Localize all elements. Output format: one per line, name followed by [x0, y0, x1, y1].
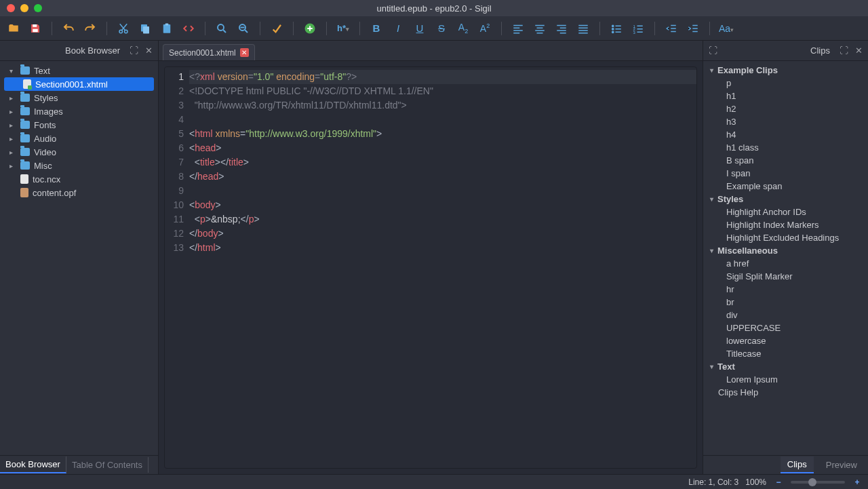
folder-row[interactable]: ▸Styles [4, 91, 154, 104]
folder-row[interactable]: ▾Text [4, 64, 154, 77]
clips-item[interactable]: div [703, 309, 868, 321]
clips-item[interactable]: Titlecase [703, 347, 868, 360]
editor-content[interactable]: <?xml version="1.0" encoding="utf-8"?><!… [189, 67, 696, 468]
zoom-level: 100% [745, 477, 766, 487]
number-list-icon[interactable]: 123 [630, 20, 646, 37]
tab-preview[interactable]: Preview [819, 457, 864, 473]
clips-item[interactable]: h3 [703, 115, 868, 128]
file-row[interactable]: toc.ncx [4, 172, 154, 186]
open-icon[interactable] [5, 20, 22, 37]
clips-item[interactable]: p [703, 77, 868, 90]
clips-title: Clips [810, 45, 830, 56]
bold-icon[interactable]: B [368, 20, 384, 37]
chevron-down-icon: ▾ [710, 66, 713, 74]
svg-rect-1 [33, 28, 38, 32]
editor-tab[interactable]: Section0001.xhtml ✕ [163, 44, 255, 60]
window-controls [7, 4, 42, 12]
code-editor[interactable]: 12345678910111213 <?xml version="1.0" en… [164, 66, 697, 469]
clips-group[interactable]: ▾Miscellaneous [703, 244, 868, 257]
clips-group[interactable]: ▾Text [703, 360, 868, 373]
clips-item[interactable]: Example span [703, 180, 868, 193]
clips-item[interactable]: UPPERCASE [703, 321, 868, 334]
align-right-icon[interactable] [553, 20, 570, 37]
clips-item[interactable]: a href [703, 257, 868, 270]
clips-item[interactable]: Sigil Split Marker [703, 270, 868, 283]
folder-row[interactable]: ▸Misc [4, 159, 154, 172]
book-browser-tree[interactable]: ▾TextSection0001.xhtml▸Styles▸Images▸Fon… [0, 61, 158, 455]
window-title: untitled.epub - epub2.0 - Sigil [376, 3, 491, 14]
cut-icon[interactable] [115, 20, 132, 37]
heading-icon[interactable]: h*▾ [335, 20, 351, 37]
svg-point-13 [612, 31, 614, 33]
clips-item[interactable]: Lorem Ipsum [703, 373, 868, 386]
tab-clips[interactable]: Clips [781, 456, 814, 473]
toolbar: h*▾BIUSA2A2123Aa▾ [0, 16, 868, 41]
minimize-window-button[interactable] [20, 4, 28, 12]
align-center-icon[interactable] [532, 20, 548, 37]
expand-panel-icon-2[interactable]: ⛶ [838, 45, 849, 56]
close-panel-icon[interactable]: ✕ [853, 45, 864, 56]
clips-item[interactable]: h1 class [703, 141, 868, 154]
clips-item[interactable]: Highlight Index Markers [703, 218, 868, 231]
underline-icon[interactable]: U [412, 20, 428, 37]
superscript-icon[interactable]: A2 [477, 20, 493, 37]
subscript-icon[interactable]: A2 [455, 20, 471, 37]
undo-icon[interactable] [60, 20, 77, 37]
folder-row[interactable]: ▸Video [4, 145, 154, 159]
folder-row[interactable]: ▸Fonts [4, 118, 154, 132]
strike-icon[interactable]: S [433, 20, 450, 37]
maximize-window-button[interactable] [34, 4, 42, 12]
zoom-out-button[interactable]: − [773, 477, 784, 488]
svg-rect-0 [33, 24, 37, 27]
paste-icon[interactable] [159, 20, 175, 37]
file-icon [20, 174, 28, 184]
folder-row[interactable]: ▸Images [4, 104, 154, 118]
close-panel-icon[interactable]: ✕ [143, 45, 154, 56]
clips-group[interactable]: ▾Styles [703, 193, 868, 206]
clips-panel: ⛶ Clips ⛶ ✕ ▾Example Clipsph1h2h3h4h1 cl… [703, 41, 868, 474]
find-replace-icon[interactable] [235, 20, 252, 37]
clips-item[interactable]: h1 [703, 90, 868, 102]
code-view-icon[interactable] [180, 20, 197, 37]
clips-item[interactable]: hr [703, 283, 868, 296]
align-justify-icon[interactable] [575, 20, 591, 37]
expand-panel-icon[interactable]: ⛶ [128, 45, 139, 56]
align-left-icon[interactable] [510, 20, 526, 37]
clips-item[interactable]: Highlight Excluded Headings [703, 231, 868, 244]
clips-item[interactable]: I span [703, 167, 868, 180]
clips-group[interactable]: ▾Example Clips [703, 64, 868, 77]
clips-list[interactable]: ▾Example Clipsph1h2h3h4h1 classB spanI s… [703, 61, 868, 455]
svg-point-3 [125, 30, 128, 33]
spellcheck-icon[interactable] [269, 20, 285, 37]
copy-icon[interactable] [137, 20, 153, 37]
clips-item[interactable]: h4 [703, 128, 868, 141]
tab-table-of-contents[interactable]: Table Of Contents [66, 457, 149, 473]
zoom-in-button[interactable]: + [852, 477, 863, 488]
close-window-button[interactable] [7, 4, 15, 12]
clips-item[interactable]: br [703, 296, 868, 309]
clips-item[interactable]: Highlight Anchor IDs [703, 206, 868, 218]
case-icon[interactable]: Aa▾ [718, 20, 734, 37]
add-icon[interactable] [302, 20, 318, 37]
zoom-slider[interactable] [791, 481, 845, 484]
outdent-icon[interactable] [663, 20, 679, 37]
find-icon[interactable] [214, 20, 230, 37]
redo-icon[interactable] [82, 20, 98, 37]
file-row[interactable]: content.opf [4, 186, 154, 199]
cursor-position: Line: 1, Col: 3 [688, 477, 738, 487]
file-row[interactable]: Section0001.xhtml [4, 77, 154, 91]
clips-item[interactable]: h2 [703, 102, 868, 115]
italic-icon[interactable]: I [390, 20, 406, 37]
save-icon[interactable] [27, 20, 43, 37]
svg-point-2 [119, 30, 123, 33]
bullet-list-icon[interactable] [608, 20, 625, 37]
indent-icon[interactable] [685, 20, 701, 37]
folder-row[interactable]: ▸Audio [4, 132, 154, 145]
expand-panel-icon[interactable]: ⛶ [707, 45, 718, 56]
tab-book-browser[interactable]: Book Browser [0, 456, 66, 473]
editor-tabbar: Section0001.xhtml ✕ [159, 41, 703, 61]
clips-help[interactable]: Clips Help [703, 386, 868, 399]
close-tab-icon[interactable]: ✕ [240, 48, 249, 57]
clips-item[interactable]: lowercase [703, 334, 868, 347]
clips-item[interactable]: B span [703, 154, 868, 167]
